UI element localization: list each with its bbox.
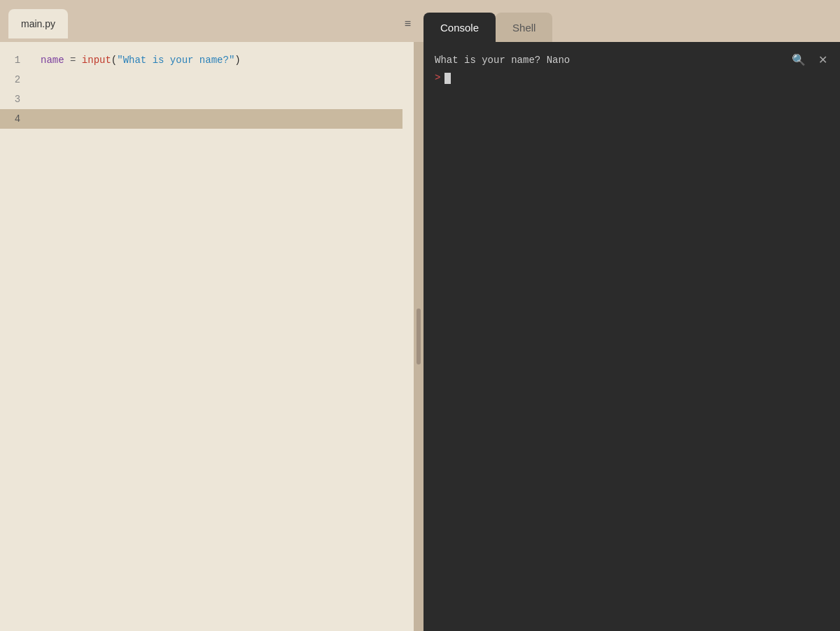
console-content[interactable]: 🔍 ✕ What is your name? Nano > xyxy=(424,42,840,631)
line-number-2: 2 xyxy=(0,70,35,90)
tab-shell[interactable]: Shell xyxy=(496,13,552,42)
tab-shell-label: Shell xyxy=(512,22,536,34)
prompt-symbol: > xyxy=(435,69,440,87)
tab-console[interactable]: Console xyxy=(424,13,496,42)
close-icon: ✕ xyxy=(818,54,827,66)
console-prompt-line: > xyxy=(435,69,829,87)
search-icon: 🔍 xyxy=(792,54,806,66)
code-space2 xyxy=(76,55,81,66)
cursor-block xyxy=(444,73,451,84)
line-number-3: 3 xyxy=(0,90,35,109)
code-str: "What is your name?" xyxy=(117,55,234,66)
console-tabs: Console Shell xyxy=(424,0,840,42)
editor-panel: main.py ≡ 1 2 3 4 name = input("What is … xyxy=(0,0,424,631)
editor-tab-main-py[interactable]: main.py xyxy=(8,9,68,38)
scrollbar-thumb xyxy=(416,309,421,364)
code-var-name: name xyxy=(41,55,64,66)
code-line-4 xyxy=(35,109,402,129)
console-output-line: What is your name? Nano xyxy=(435,52,829,69)
code-space xyxy=(64,55,70,66)
code-line-1: name = input("What is your name?") xyxy=(41,50,408,70)
console-panel: Console Shell 🔍 ✕ What is your name? Nan… xyxy=(424,0,840,631)
code-line-3 xyxy=(41,90,408,109)
hamburger-icon: ≡ xyxy=(405,17,411,30)
editor-tabs: main.py ≡ xyxy=(0,0,424,42)
code-paren-open: ( xyxy=(111,55,117,66)
tab-console-label: Console xyxy=(440,22,479,34)
code-area[interactable]: name = input("What is your name?") xyxy=(35,42,414,631)
editor-content: 1 2 3 4 name = input("What is your name?… xyxy=(0,42,424,631)
code-func-input: input xyxy=(82,55,111,66)
editor-tab-label: main.py xyxy=(21,18,55,29)
editor-menu-button[interactable]: ≡ xyxy=(399,15,416,33)
code-paren-close: ) xyxy=(234,55,240,66)
console-toolbar: 🔍 ✕ xyxy=(789,52,830,68)
close-button[interactable]: ✕ xyxy=(816,52,830,68)
line-number-4: 4 xyxy=(0,109,35,129)
code-line-2 xyxy=(41,70,408,90)
console-output: What is your name? Nano > xyxy=(435,52,829,87)
line-number-1: 1 xyxy=(0,50,35,70)
line-numbers: 1 2 3 4 xyxy=(0,42,35,631)
code-eq: = xyxy=(70,55,76,66)
editor-tab-actions: ≡ xyxy=(399,15,416,33)
editor-scrollbar[interactable] xyxy=(414,42,424,631)
search-button[interactable]: 🔍 xyxy=(789,52,808,68)
